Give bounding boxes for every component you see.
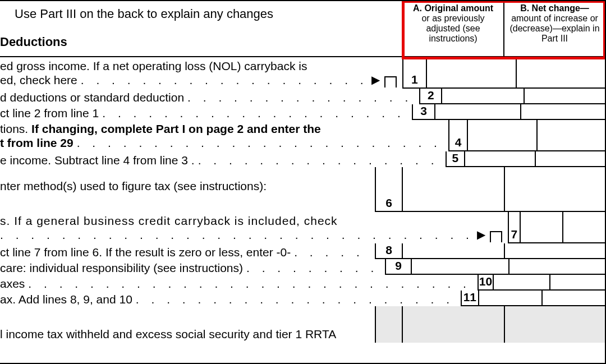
line-11-text-a: ax. Add lines 8, 9, and 10: [0, 292, 132, 307]
top-row: Use Part III on the back to explain any …: [0, 1, 605, 57]
header-instruction-area: Use Part III on the back to explain any …: [0, 1, 402, 57]
line-4-amount-b[interactable]: [538, 120, 605, 151]
last-amount-b-greyed: [505, 306, 605, 343]
line-11-text: ax. Add lines 8, 9, and 10. . . . . . . …: [0, 291, 461, 306]
line-1-text: ed gross income. If a net operating loss…: [0, 57, 402, 89]
line-5-text-a: e income. Subtract line 4 from line 3 .: [0, 153, 195, 168]
line-1-amount-a[interactable]: [427, 57, 517, 89]
col-header-b: B. Net change—amount of increase or (dec…: [504, 0, 605, 56]
last-text-a: l income tax withheld and excess social …: [0, 326, 371, 342]
line-4-text: tions. If changing, complete Part I on p…: [0, 120, 448, 151]
line-7-text-a: s. If a general business credit carrybac…: [0, 213, 504, 228]
line-3-number: 3: [412, 104, 436, 120]
line-1-amount-b[interactable]: [517, 57, 605, 89]
line-2-text: d deductions or standard deduction. . . …: [0, 89, 419, 104]
line-10-text: axes. . . . . . . . . . . . . . . . . . …: [0, 275, 478, 291]
line-7-amount-a[interactable]: [521, 212, 563, 243]
method-row: nter method(s) used to figure tax (see i…: [0, 167, 605, 212]
line-3-amount-a[interactable]: [435, 104, 521, 120]
line-4-amount-a[interactable]: [468, 120, 538, 151]
deductions-heading: Deductions: [0, 35, 395, 49]
col-a-sub: or as previously adjusted (see instructi…: [421, 13, 484, 43]
line-3-amount-b[interactable]: [521, 104, 605, 120]
line-11-row: ax. Add lines 8, 9, and 10. . . . . . . …: [0, 291, 605, 306]
col-b-title: B. Net change—: [520, 3, 589, 13]
line-5-text: e income. Subtract line 4 from line 3 ..…: [0, 151, 446, 167]
line-6-amount-a[interactable]: [403, 167, 505, 212]
arrow-icon: ▶: [477, 228, 485, 242]
line-7-amount-b[interactable]: [563, 212, 605, 243]
last-text: l income tax withheld and excess social …: [0, 306, 375, 343]
line-8-amount-b[interactable]: [505, 243, 605, 259]
line-10-number: 10: [478, 275, 494, 291]
line-7-number: 7: [508, 212, 521, 243]
line-9-row: care: individual responsibility (see ins…: [0, 259, 605, 275]
line-11-amount-a[interactable]: [479, 291, 543, 306]
line-8-text-a: ct line 7 from line 6. If the result is …: [0, 245, 291, 260]
line-10-text-a: axes: [0, 276, 25, 291]
line-6-number: 6: [375, 167, 403, 212]
line-7-row: s. If a general business credit carrybac…: [0, 212, 605, 243]
line-1-text-b: ed, check here: [0, 73, 77, 87]
line-9-text: care: individual responsibility (see ins…: [0, 259, 385, 275]
line-1-text-a: ed gross income. If a net operating loss…: [0, 58, 399, 73]
line-8-number: 8: [375, 243, 403, 259]
line-5-row: e income. Subtract line 4 from line 3 ..…: [0, 151, 605, 167]
arrow-icon: ▶: [371, 73, 380, 87]
last-number-greyed: [375, 306, 403, 343]
line-2-amount-a[interactable]: [442, 89, 525, 104]
column-headers: A. Original amountor as previously adjus…: [402, 0, 605, 57]
line-5-number: 5: [446, 151, 466, 167]
line-4-text-b: t from line 29: [0, 136, 74, 150]
line-4-number: 4: [448, 120, 468, 151]
line-9-amount-a[interactable]: [412, 259, 509, 275]
line-11-amount-b[interactable]: [543, 291, 605, 306]
line-7-checkbox[interactable]: [490, 231, 502, 242]
line-8-row: ct line 7 from line 6. If the result is …: [0, 243, 605, 259]
line-1-row: ed gross income. If a net operating loss…: [0, 57, 605, 89]
line-6-amount-b[interactable]: [505, 167, 605, 212]
line-4-text-a: tions.: [0, 122, 28, 135]
line-4-row: tions. If changing, complete Part I on p…: [0, 120, 605, 151]
col-b-sub: amount of increase or (decrease)—explain…: [509, 13, 599, 43]
line-1-number: 1: [402, 57, 427, 89]
line-10-row: axes. . . . . . . . . . . . . . . . . . …: [0, 275, 605, 291]
line-2-number: 2: [419, 89, 442, 104]
line-2-text-a: d deductions or standard deduction: [0, 90, 184, 105]
col-a-title: A. Original amount: [413, 3, 493, 13]
line-3-row: ct line 2 from line 1. . . . . . . . . .…: [0, 104, 605, 120]
col-header-a: A. Original amountor as previously adjus…: [403, 0, 504, 56]
line-11-number: 11: [461, 291, 479, 306]
line-5-amount-b[interactable]: [536, 151, 605, 167]
line-1-checkbox[interactable]: [384, 76, 397, 87]
line-3-text-a: ct line 2 from line 1: [0, 105, 99, 121]
line-2-row: d deductions or standard deduction. . . …: [0, 89, 605, 104]
line-3-text: ct line 2 from line 1. . . . . . . . . .…: [0, 104, 412, 120]
last-row: l income tax withheld and excess social …: [0, 306, 605, 343]
line-10-amount-a[interactable]: [494, 275, 550, 291]
line-10-amount-b[interactable]: [550, 275, 605, 291]
form-page: Use Part III on the back to explain any …: [0, 0, 606, 364]
line-9-text-a: care: individual responsibility (see ins…: [0, 260, 243, 275]
method-text: nter method(s) used to figure tax (see i…: [0, 167, 375, 212]
line-7-text: s. If a general business credit carrybac…: [0, 212, 508, 243]
method-text-a: nter method(s) used to figure tax (see i…: [0, 178, 371, 193]
last-amount-a-greyed: [403, 306, 505, 343]
line-9-number: 9: [385, 259, 412, 275]
line-8-text: ct line 7 from line 6. If the result is …: [0, 243, 375, 259]
line-5-amount-a[interactable]: [465, 151, 536, 167]
line-2-amount-b[interactable]: [525, 89, 605, 104]
line-9-amount-b[interactable]: [509, 259, 605, 275]
line-8-amount-a[interactable]: [403, 243, 505, 259]
use-part-iii-text: Use Part III on the back to explain any …: [15, 7, 395, 21]
line-4-text-bold: If changing, complete Part I on page 2 a…: [31, 122, 321, 135]
